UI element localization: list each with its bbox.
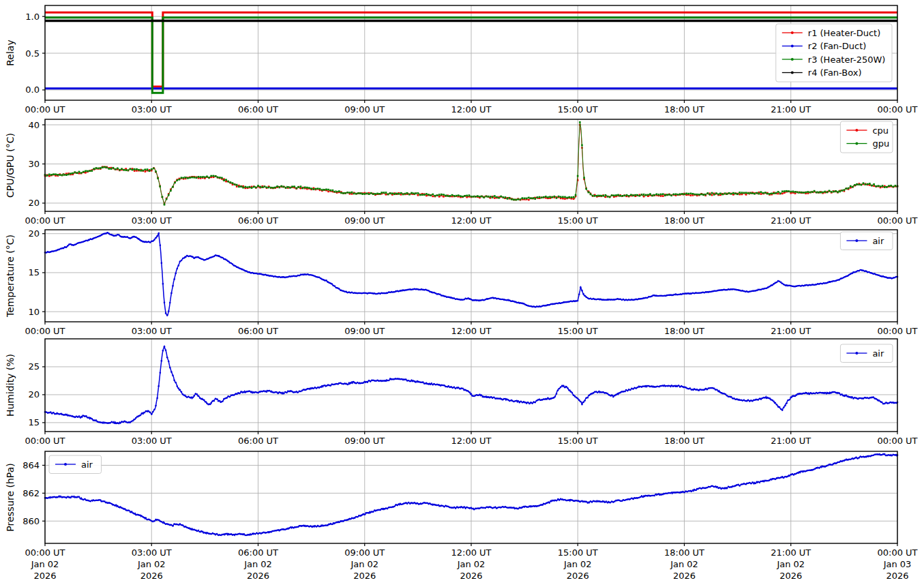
- date-label: Jan 02: [776, 559, 805, 569]
- humidity-ytick-label: 20: [28, 389, 40, 400]
- humidity-xtick-label: 21:00 UT: [771, 436, 811, 446]
- temperature-xtick-label: 15:00 UT: [558, 326, 598, 336]
- legend-label: air: [81, 460, 93, 470]
- cpu-gpu-xtick-label: 09:00 UT: [344, 215, 385, 226]
- humidity-xtick-label: 00:00 UT: [25, 436, 65, 446]
- legend-label: r1 (Heater-Duct): [808, 28, 880, 38]
- legend-label: gpu: [872, 138, 889, 149]
- cpu-gpu-xtick-label: 21:00 UT: [771, 215, 811, 226]
- year-label: 2026: [886, 571, 908, 581]
- relay-ytick-label: 0.5: [25, 48, 40, 59]
- temperature-xtick-label: 18:00 UT: [664, 326, 704, 336]
- date-label: Jan 02: [31, 559, 59, 569]
- relay-xtick-label: 21:00 UT: [771, 104, 811, 115]
- temperature-xtick-label: 21:00 UT: [771, 326, 811, 336]
- date-label: Jan 02: [137, 559, 166, 569]
- temperature-xtick-label: 00:00 UT: [25, 326, 65, 336]
- cpu-gpu-xtick-label: 03:00 UT: [132, 215, 172, 226]
- relay-xtick-label: 00:00 UT: [25, 104, 65, 115]
- humidity-xtick-label: 00:00 UT: [877, 436, 917, 446]
- pressure-xtick-label: 00:00 UT: [877, 547, 917, 558]
- relay-xtick-label: 18:00 UT: [664, 104, 704, 115]
- cpu-gpu-xtick-label: 06:00 UT: [238, 215, 278, 226]
- temperature-ytick-label: 20: [28, 228, 40, 239]
- pressure-legend: air: [49, 455, 102, 474]
- humidity-xtick-label: 06:00 UT: [238, 436, 278, 446]
- relay-ytick-label: 0.0: [25, 85, 40, 95]
- temperature-ytick-label: 10: [28, 307, 40, 317]
- cpu-gpu-ytick-label: 20: [28, 198, 40, 208]
- figure-svg: 0.00.51.000:00 UT03:00 UT06:00 UT09:00 U…: [0, 0, 924, 587]
- temperature-grid: [45, 230, 897, 322]
- cpu-gpu-ylabel: CPU/GPU (°C): [5, 133, 16, 198]
- year-label: 2026: [353, 571, 376, 581]
- humidity-ytick-label: 15: [28, 417, 40, 427]
- humidity-xtick-label: 12:00 UT: [451, 436, 491, 446]
- temperature-xtick-label: 03:00 UT: [132, 326, 172, 336]
- relay-ylabel: Relay: [5, 40, 16, 65]
- relay-ytick-label: 1.0: [25, 12, 40, 22]
- relay-xtick-label: 15:00 UT: [558, 104, 598, 115]
- cpu-gpu-xtick-label: 12:00 UT: [451, 215, 491, 226]
- relay-xtick-label: 09:00 UT: [344, 104, 385, 115]
- humidity-chart: 15202500:00 UT03:00 UT06:00 UT09:00 UT12…: [5, 339, 918, 446]
- year-label: 2026: [140, 571, 163, 581]
- humidity-legend: air: [840, 344, 893, 363]
- cpu-gpu-xtick-label: 18:00 UT: [664, 215, 704, 226]
- date-label: Jan 03: [883, 559, 912, 569]
- cpu-gpu-xtick-label: 00:00 UT: [25, 215, 65, 226]
- cpu-gpu-legend: cpugpu: [840, 121, 893, 153]
- pressure-ytick-label: 860: [23, 516, 40, 526]
- sensor-dashboard-figure: 0.00.51.000:00 UT03:00 UT06:00 UT09:00 U…: [0, 0, 924, 587]
- temperature-chart: 10152000:00 UT03:00 UT06:00 UT09:00 UT12…: [5, 228, 918, 336]
- pressure-ytick-label: 862: [23, 488, 40, 498]
- temperature-ylabel: Temperature (°C): [5, 235, 16, 318]
- humidity-xtick-label: 03:00 UT: [132, 436, 172, 446]
- temperature-xtick-label: 00:00 UT: [877, 326, 917, 336]
- date-label: Jan 02: [563, 559, 592, 569]
- pressure-xtick-label: 03:00 UT: [132, 547, 172, 558]
- legend-label: r2 (Fan-Duct): [808, 41, 867, 51]
- temperature-xtick-label: 06:00 UT: [238, 326, 278, 336]
- pressure-xtick-label: 09:00 UT: [344, 547, 385, 558]
- legend-label: air: [872, 348, 884, 359]
- humidity-grid: [45, 339, 897, 432]
- legend-label: r3 (Heater-250W): [808, 55, 886, 65]
- pressure-xtick-label: 06:00 UT: [238, 547, 278, 558]
- pressure-xtick-label: 18:00 UT: [664, 547, 704, 558]
- year-label: 2026: [247, 571, 269, 581]
- cpu-gpu-ytick-label: 30: [28, 159, 40, 169]
- cpu-gpu-xtick-label: 15:00 UT: [558, 215, 598, 226]
- pressure-ylabel: Pressure (hPa): [5, 463, 16, 531]
- year-label: 2026: [33, 571, 56, 581]
- date-label: Jan 02: [350, 559, 378, 569]
- cpu-gpu-ytick-label: 40: [28, 120, 40, 130]
- humidity-xtick-label: 18:00 UT: [664, 436, 704, 446]
- pressure-grid: [45, 451, 897, 543]
- date-label: Jan 02: [670, 559, 698, 569]
- date-label: Jan 02: [243, 559, 272, 569]
- pressure-ytick-label: 864: [23, 460, 40, 470]
- year-label: 2026: [567, 571, 589, 581]
- pressure-xtick-label: 21:00 UT: [771, 547, 811, 558]
- relay-chart: 0.00.51.000:00 UT03:00 UT06:00 UT09:00 U…: [5, 5, 918, 115]
- legend-label: cpu: [872, 125, 889, 136]
- cpu-gpu-xtick-label: 00:00 UT: [877, 215, 917, 226]
- year-label: 2026: [460, 571, 482, 581]
- temperature-xtick-label: 09:00 UT: [344, 326, 385, 336]
- humidity-xtick-label: 09:00 UT: [344, 436, 385, 446]
- pressure-chart: 86086286400:00 UTJan 02202603:00 UTJan 0…: [5, 451, 918, 581]
- pressure-xtick-label: 15:00 UT: [558, 547, 598, 558]
- relay-xtick-label: 00:00 UT: [877, 104, 917, 115]
- date-label: Jan 02: [457, 559, 486, 569]
- temperature-ytick-label: 15: [28, 267, 40, 277]
- relay-xtick-label: 06:00 UT: [238, 104, 278, 115]
- legend-label: r4 (Fan-Box): [808, 67, 862, 78]
- temperature-xtick-label: 12:00 UT: [451, 326, 491, 336]
- relay-xtick-label: 12:00 UT: [451, 104, 491, 115]
- year-label: 2026: [779, 571, 802, 581]
- year-label: 2026: [673, 571, 696, 581]
- cpu-gpu-chart: 20304000:00 UT03:00 UT06:00 UT09:00 UT12…: [5, 119, 918, 226]
- pressure-xtick-label: 00:00 UT: [25, 547, 65, 558]
- humidity-ylabel: Humidity (%): [5, 354, 16, 417]
